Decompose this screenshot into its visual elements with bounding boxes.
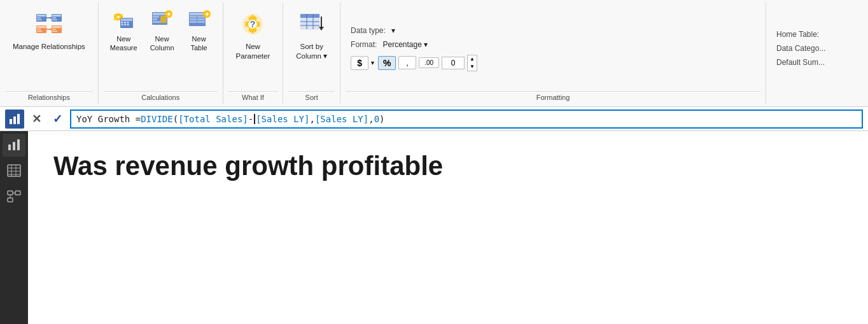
formula-bar: ✕ ✓ YoY Growth = DIVIDE( [Total Sales] -… [0, 107, 868, 131]
home-table-row: Home Table: [776, 29, 819, 40]
svg-rect-43 [190, 13, 205, 15]
svg-marker-19 [50, 28, 52, 31]
format-row: Format: Percentage ▾ [351, 38, 430, 51]
data-type-dropdown[interactable]: ▾ [389, 25, 397, 36]
comma-button[interactable]: , [398, 56, 416, 69]
ribbon-group-items-calculations: ✦ NewMeasure [104, 3, 218, 91]
formula-op: - [248, 114, 253, 124]
default-sum-row: Default Sum... [776, 57, 825, 68]
ribbon-group-formatting: Data type: ▾ Format: Percentage ▾ $ ▾ % … [340, 3, 766, 104]
new-measure-icon: ✦ [112, 9, 135, 32]
formula-paren-open: ( [173, 114, 178, 124]
svg-rect-28 [127, 22, 129, 24]
new-column-label: NewColumn [150, 34, 174, 53]
formula-bar-report-icon [5, 109, 24, 129]
new-column-icon: ✦ [151, 9, 174, 32]
decimal-button[interactable]: .00 [419, 57, 439, 68]
sort-by-column-button[interactable]: Sort byColumn ▾ [291, 6, 332, 64]
formula-cancel-button[interactable]: ✕ [28, 111, 45, 127]
svg-rect-3 [37, 19, 42, 20]
main-title: Was revenue growth profitable [53, 150, 443, 182]
svg-rect-76 [15, 191, 20, 195]
data-type-row: Data type: ▾ [351, 24, 397, 37]
formula-accept-button[interactable]: ✓ [49, 111, 66, 127]
new-measure-button[interactable]: ✦ NewMeasure [106, 6, 141, 55]
svg-rect-5 [52, 15, 61, 17]
formula-comma1: , [309, 114, 314, 124]
ribbon-group-items-relationships: Manage Relationships [5, 3, 93, 91]
formula-zero: 0 [374, 114, 379, 124]
svg-rect-49 [197, 21, 205, 23]
svg-rect-65 [17, 114, 20, 124]
new-column-button[interactable]: ✦ NewColumn [146, 6, 178, 55]
sort-group-label: Sort [288, 91, 335, 104]
data-type-label: Data type: [351, 26, 386, 35]
ribbon-group-relationships: Manage Relationships Relationships [0, 3, 99, 104]
svg-rect-27 [124, 22, 126, 24]
new-table-label: NewTable [190, 34, 207, 53]
svg-rect-17 [52, 31, 57, 32]
data-category-row: Data Catego... [776, 43, 825, 54]
new-parameter-button[interactable]: ? NewParameter [231, 6, 276, 64]
decimal-spinner[interactable]: ▲ ▼ [467, 55, 477, 71]
ribbon-group-what-if: ? NewParameter What If [223, 3, 284, 104]
format-label: Format: [351, 40, 377, 49]
ribbon-group-items-formatting: Data type: ▾ Format: Percentage ▾ $ ▾ % … [346, 3, 760, 91]
main-content: Was revenue growth profitable [28, 131, 868, 324]
relationships-group-label: Relationships [5, 91, 93, 104]
data-category-label: Data Catego... [776, 44, 825, 53]
svg-rect-15 [52, 26, 61, 28]
svg-rect-25 [121, 18, 132, 21]
svg-rect-48 [190, 21, 197, 23]
formula-input[interactable]: YoY Growth = DIVIDE( [Total Sales] -​[Sa… [70, 109, 863, 129]
svg-text:✦: ✦ [204, 11, 210, 18]
svg-rect-68 [17, 139, 20, 150]
percent-button[interactable]: % [378, 56, 396, 70]
manage-relationships-label: Manage Relationships [13, 42, 85, 52]
svg-marker-9 [50, 17, 52, 19]
format-value-dropdown[interactable]: Percentage ▾ [381, 39, 430, 50]
ribbon: Manage Relationships Relationships [0, 0, 868, 107]
svg-rect-13 [37, 31, 42, 32]
spinner-up[interactable]: ▲ [468, 55, 477, 63]
sort-by-column-icon [297, 9, 327, 39]
formula-comma2: , [368, 114, 374, 124]
svg-rect-67 [13, 142, 15, 150]
svg-rect-44 [190, 16, 197, 18]
svg-rect-36 [153, 16, 159, 18]
formula-field1: [Total Sales] [178, 114, 248, 124]
formula-paren-close: ) [379, 114, 384, 124]
sort-by-column-label: Sort byColumn ▾ [296, 42, 327, 61]
ribbon-group-home-table: Home Table: Data Catego... Default Sum..… [766, 3, 868, 104]
svg-rect-75 [8, 191, 13, 195]
dropdown-arrow-dollar: ▾ [371, 59, 374, 66]
svg-rect-11 [37, 26, 46, 28]
svg-rect-7 [52, 19, 57, 20]
home-table-label: Home Table: [776, 30, 819, 39]
svg-rect-56 [300, 14, 319, 18]
svg-rect-30 [124, 24, 126, 26]
svg-rect-47 [197, 18, 205, 20]
svg-rect-64 [13, 116, 16, 124]
new-measure-label: NewMeasure [110, 34, 137, 53]
svg-rect-77 [8, 198, 13, 202]
svg-rect-26 [122, 22, 123, 24]
svg-rect-35 [153, 13, 167, 15]
decimal-places-input[interactable] [442, 57, 465, 69]
formula-field3: [Sales LY] [315, 114, 368, 124]
ribbon-group-items-what-if: ? NewParameter [228, 3, 278, 91]
manage-relationships-icon [34, 9, 64, 39]
new-table-icon: ✦ [188, 9, 211, 32]
sidebar-item-table-view[interactable] [3, 159, 25, 182]
dollar-button[interactable]: $ [351, 56, 368, 70]
svg-text:✦: ✦ [116, 14, 121, 20]
sidebar-item-model-view[interactable] [3, 185, 25, 208]
formula-cursor-mark: ​ [254, 114, 255, 124]
spinner-down[interactable]: ▼ [468, 63, 477, 71]
new-parameter-icon: ? [237, 9, 268, 39]
manage-relationships-button[interactable]: Manage Relationships [8, 6, 90, 54]
svg-rect-38 [153, 21, 160, 23]
sidebar-item-report-view[interactable] [3, 134, 25, 157]
svg-rect-66 [8, 144, 11, 150]
new-table-button[interactable]: ✦ NewTable [183, 6, 215, 55]
